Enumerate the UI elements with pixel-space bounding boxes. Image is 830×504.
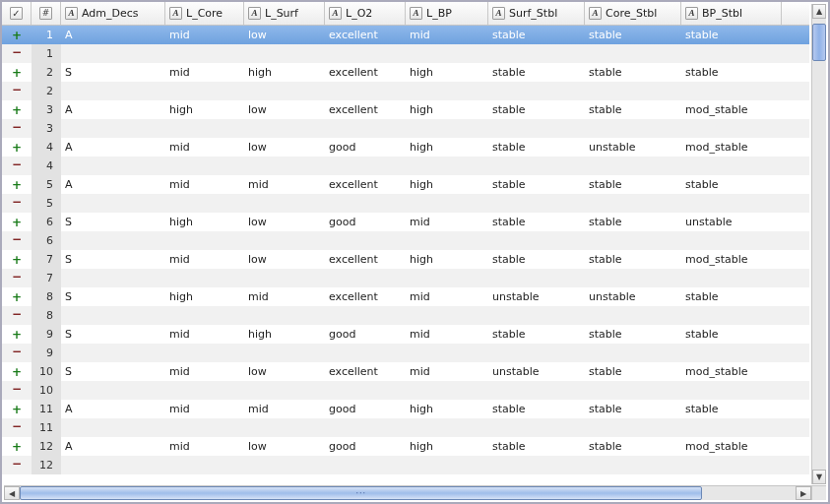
column-header-surf-stbl[interactable]: Surf_Stbl [488, 2, 585, 25]
cell-l_core[interactable]: mid [165, 328, 244, 341]
cell-l_o2[interactable]: excellent [325, 178, 406, 191]
cell-adm_decs[interactable]: A [61, 440, 165, 453]
expand-plus-icon[interactable]: + [2, 30, 32, 41]
row-number[interactable]: 5 [32, 175, 61, 194]
cell-l_core[interactable]: high [165, 290, 244, 303]
column-header-l-surf[interactable]: L_Surf [244, 2, 325, 25]
cell-l_surf[interactable]: low [244, 141, 325, 154]
cell-l_surf[interactable]: mid [244, 403, 325, 415]
cell-l_o2[interactable]: excellent [325, 253, 406, 266]
cell-l_o2[interactable]: good [325, 403, 406, 415]
cell-l_bp[interactable]: mid [406, 365, 488, 378]
cell-l_core[interactable]: mid [165, 440, 244, 453]
expand-plus-icon[interactable]: + [2, 67, 32, 79]
scroll-down-button[interactable]: ▼ [812, 470, 826, 484]
scroll-right-button[interactable]: ▶ [796, 486, 811, 500]
cell-l_bp[interactable]: high [406, 178, 488, 191]
table-row[interactable]: −4 [2, 157, 809, 175]
row-number[interactable]: 9 [32, 344, 61, 362]
row-number[interactable]: 1 [32, 44, 61, 63]
column-header-core-stbl[interactable]: Core_Stbl [585, 2, 681, 25]
table-row[interactable]: −6 [2, 231, 809, 250]
cell-surf_stbl[interactable]: stable [488, 29, 585, 41]
cell-l_core[interactable]: mid [165, 29, 244, 41]
cell-bp_stbl[interactable]: stable [681, 290, 782, 303]
expand-plus-icon[interactable]: + [2, 142, 32, 154]
cell-l_o2[interactable]: good [325, 440, 406, 453]
cell-core_stbl[interactable]: stable [585, 328, 681, 341]
hscroll-thumb[interactable]: ··· [20, 486, 702, 500]
cell-adm_decs[interactable]: S [61, 328, 165, 341]
vscroll-thumb[interactable] [812, 24, 826, 61]
table-row[interactable]: +10Smidlowexcellentmidunstablestablemod_… [2, 362, 809, 381]
collapse-minus-icon[interactable]: − [2, 310, 32, 322]
collapse-minus-icon[interactable]: − [2, 235, 32, 247]
cell-surf_stbl[interactable]: stable [488, 103, 585, 116]
expand-plus-icon[interactable]: + [2, 254, 32, 266]
table-row[interactable]: +4Amidlowgoodhighstableunstablemod_stabl… [2, 138, 809, 157]
scroll-up-button[interactable]: ▲ [812, 4, 826, 19]
row-number[interactable]: 12 [32, 456, 61, 474]
cell-adm_decs[interactable]: A [61, 29, 165, 41]
cell-core_stbl[interactable]: stable [585, 365, 681, 378]
cell-l_surf[interactable]: high [244, 66, 325, 79]
cell-l_bp[interactable]: high [406, 403, 488, 415]
cell-adm_decs[interactable]: A [61, 103, 165, 116]
collapse-minus-icon[interactable]: − [2, 160, 32, 172]
table-row[interactable]: +5Amidmidexcellenthighstablestablestable [2, 175, 809, 194]
cell-adm_decs[interactable]: S [61, 253, 165, 266]
table-row[interactable]: −5 [2, 194, 809, 213]
collapse-minus-icon[interactable]: − [2, 198, 32, 210]
expand-plus-icon[interactable]: + [2, 404, 32, 415]
cell-l_bp[interactable]: high [406, 66, 488, 79]
cell-l_surf[interactable]: low [244, 365, 325, 378]
cell-adm_decs[interactable]: A [61, 403, 165, 415]
cell-l_surf[interactable]: high [244, 328, 325, 341]
cell-surf_stbl[interactable]: unstable [488, 365, 585, 378]
cell-l_bp[interactable]: high [406, 141, 488, 154]
expand-plus-icon[interactable]: + [2, 329, 32, 341]
cell-bp_stbl[interactable]: stable [681, 403, 782, 415]
cell-l_o2[interactable]: good [325, 141, 406, 154]
cell-l_surf[interactable]: low [244, 216, 325, 228]
cell-surf_stbl[interactable]: stable [488, 216, 585, 228]
row-number[interactable]: 6 [32, 213, 61, 231]
cell-l_surf[interactable]: low [244, 103, 325, 116]
cell-l_core[interactable]: high [165, 216, 244, 228]
table-row[interactable]: −9 [2, 344, 809, 362]
row-number[interactable]: 12 [32, 437, 61, 456]
cell-bp_stbl[interactable]: mod_stable [681, 103, 782, 116]
vertical-scrollbar[interactable]: ▲ ▼ [811, 4, 826, 484]
row-number[interactable]: 5 [32, 194, 61, 213]
cell-l_surf[interactable]: mid [244, 290, 325, 303]
expand-plus-icon[interactable]: + [2, 291, 32, 303]
column-header-checkbox[interactable] [2, 2, 32, 25]
cell-adm_decs[interactable]: A [61, 178, 165, 191]
expand-plus-icon[interactable]: + [2, 217, 32, 228]
cell-bp_stbl[interactable]: mod_stable [681, 440, 782, 453]
collapse-minus-icon[interactable]: − [2, 422, 32, 434]
cell-l_surf[interactable]: low [244, 29, 325, 41]
row-number[interactable]: 11 [32, 418, 61, 437]
row-number[interactable]: 8 [32, 306, 61, 325]
collapse-minus-icon[interactable]: − [2, 123, 32, 135]
cell-l_core[interactable]: mid [165, 253, 244, 266]
table-row[interactable]: −7 [2, 269, 809, 287]
cell-surf_stbl[interactable]: unstable [488, 290, 585, 303]
cell-bp_stbl[interactable]: mod_stable [681, 253, 782, 266]
row-number[interactable]: 10 [32, 362, 61, 381]
table-row[interactable]: +8Shighmidexcellentmidunstableunstablest… [2, 287, 809, 306]
expand-plus-icon[interactable]: + [2, 179, 32, 191]
row-number[interactable]: 7 [32, 250, 61, 269]
table-row[interactable]: −2 [2, 82, 809, 100]
collapse-minus-icon[interactable]: − [2, 385, 32, 397]
cell-core_stbl[interactable]: stable [585, 66, 681, 79]
table-row[interactable]: +12Amidlowgoodhighstablestablemod_stable [2, 437, 809, 456]
column-header-rownum[interactable] [32, 2, 61, 25]
row-number[interactable]: 9 [32, 325, 61, 344]
collapse-minus-icon[interactable]: − [2, 460, 32, 472]
column-header-l-bp[interactable]: L_BP [406, 2, 488, 25]
table-row[interactable]: +11Amidmidgoodhighstablestablestable [2, 400, 809, 418]
cell-bp_stbl[interactable]: stable [681, 328, 782, 341]
cell-l_core[interactable]: mid [165, 365, 244, 378]
